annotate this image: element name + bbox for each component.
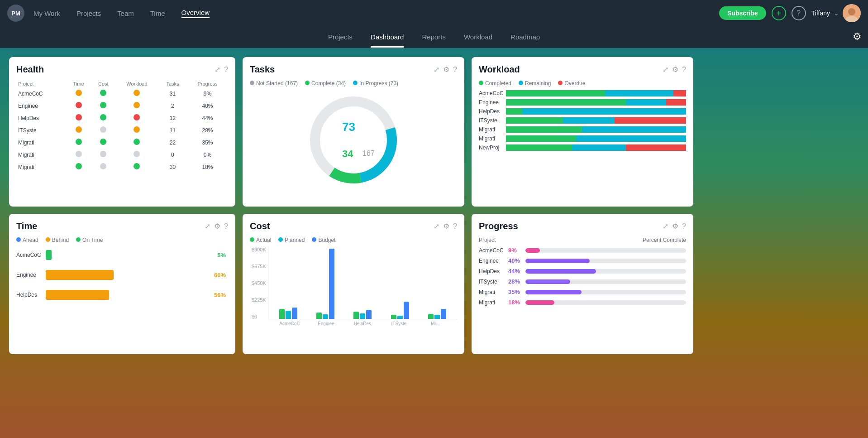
health-time-dot bbox=[66, 100, 91, 112]
workload-legend: Completed Remaining Overdue bbox=[479, 80, 686, 87]
col-cost: Cost bbox=[91, 80, 116, 87]
workload-row-item: Migrati bbox=[479, 135, 686, 142]
health-project-name: HelpDes bbox=[16, 112, 66, 124]
time-help-icon[interactable]: ? bbox=[224, 222, 228, 231]
col-progress: Progress bbox=[187, 80, 228, 87]
progress-gear-icon[interactable]: ⚙ bbox=[672, 222, 678, 231]
workload-bar-completed bbox=[506, 90, 605, 96]
cost-expand-icon[interactable]: ⤢ bbox=[434, 222, 439, 231]
subscribe-button[interactable]: Subscribe bbox=[719, 6, 766, 20]
progress-row-item: Enginee 40% bbox=[479, 257, 686, 264]
tasks-legend: Not Started (167) Complete (34) In Progr… bbox=[250, 80, 457, 87]
workload-card: Workload ⤢ ⚙ ? Completed Remaining Overd… bbox=[472, 57, 693, 207]
health-cost-dot bbox=[91, 161, 116, 173]
col-time: Time bbox=[66, 80, 91, 87]
user-name: Tiffany bbox=[811, 10, 830, 17]
tasks-inprogress-label: 73 bbox=[342, 120, 355, 134]
nav-overview[interactable]: Overview bbox=[181, 9, 210, 18]
add-button[interactable]: + bbox=[772, 6, 786, 20]
health-expand-icon[interactable]: ⤢ bbox=[215, 65, 220, 74]
user-avatar bbox=[843, 4, 861, 22]
health-progress-pct: 0% bbox=[187, 149, 228, 161]
progress-row-item: ITSyste 28% bbox=[479, 278, 686, 285]
health-workload-dot bbox=[115, 124, 158, 136]
cost-bar-helpdes-actual bbox=[353, 312, 359, 319]
cost-bar-helpdes-budget bbox=[366, 310, 372, 319]
cost-group-mi bbox=[421, 309, 453, 319]
time-gear-icon[interactable]: ⚙ bbox=[214, 222, 220, 231]
tasks-notstarted-label: 167 bbox=[362, 149, 375, 157]
nav-projects[interactable]: Projects bbox=[76, 10, 101, 17]
chevron-icon: ⌄ bbox=[834, 10, 839, 17]
cost-help-icon[interactable]: ? bbox=[453, 222, 457, 231]
health-project-name: Migrati bbox=[16, 136, 66, 149]
health-tasks-count: 31 bbox=[158, 87, 187, 100]
workload-help-icon[interactable]: ? bbox=[682, 66, 686, 74]
health-progress-pct: 28% bbox=[187, 124, 228, 136]
progress-project-name: HelpDes bbox=[479, 268, 508, 274]
health-table-scroll[interactable]: Project Time Cost Workload Tasks Progres… bbox=[16, 80, 228, 173]
top-nav: PM My Work Projects Team Time Overview S… bbox=[0, 0, 868, 26]
cost-gear-icon[interactable]: ⚙ bbox=[443, 222, 449, 231]
workload-bar-remaining bbox=[605, 90, 673, 96]
tasks-help-icon[interactable]: ? bbox=[453, 66, 457, 74]
progress-expand-icon[interactable]: ⤢ bbox=[663, 222, 668, 231]
tasks-donut-container: 73 167 34 bbox=[250, 90, 457, 190]
health-time-dot bbox=[66, 161, 91, 173]
workload-actions: ⤢ ⚙ ? bbox=[663, 65, 686, 74]
legend-budget: Budget bbox=[312, 237, 335, 243]
legend-overdue: Overdue bbox=[558, 80, 585, 87]
table-row: HelpDes 12 44% bbox=[16, 112, 228, 124]
health-help-icon[interactable]: ? bbox=[224, 66, 228, 74]
table-row: ITSyste 11 28% bbox=[16, 124, 228, 136]
health-progress-pct: 40% bbox=[187, 100, 228, 112]
health-project-name: ITSyste bbox=[16, 124, 66, 136]
legend-actual: Actual bbox=[250, 237, 271, 243]
progress-bar-fill bbox=[525, 248, 540, 253]
workload-rows: AcmeCoC Enginee HelpDes ITSyste Migrati bbox=[479, 90, 686, 151]
tab-projects[interactable]: Projects bbox=[328, 33, 353, 48]
health-table: Project Time Cost Workload Tasks Progres… bbox=[16, 80, 228, 173]
cost-card-header: Cost ⤢ ⚙ ? bbox=[250, 221, 457, 231]
health-time-dot bbox=[66, 124, 91, 136]
tasks-card: Tasks ⤢ ⚙ ? Not Started (167) Complete (… bbox=[243, 57, 464, 207]
time-row-item: HelpDes 56% bbox=[16, 289, 205, 301]
help-button[interactable]: ? bbox=[792, 6, 806, 20]
workload-title: Workload bbox=[479, 64, 520, 75]
tasks-complete-label: 34 bbox=[342, 148, 353, 159]
tab-workload[interactable]: Workload bbox=[464, 33, 492, 48]
tasks-title: Tasks bbox=[250, 64, 275, 75]
health-cost-dot bbox=[91, 87, 116, 100]
progress-project-name: AcmeCoC bbox=[479, 247, 508, 254]
tab-dashboard[interactable]: Dashboard bbox=[371, 33, 404, 48]
user-section[interactable]: Tiffany ⌄ bbox=[811, 4, 861, 22]
tab-reports[interactable]: Reports bbox=[422, 33, 446, 48]
progress-col-pct: Percent Complete bbox=[643, 237, 686, 243]
table-row: AcmeCoC 31 9% bbox=[16, 87, 228, 100]
nav-my-work[interactable]: My Work bbox=[33, 10, 60, 17]
col-tasks: Tasks bbox=[158, 80, 187, 87]
progress-pct-label: 44% bbox=[508, 268, 525, 274]
health-tasks-count: 0 bbox=[158, 149, 187, 161]
progress-bar-fill bbox=[525, 269, 596, 274]
health-tasks-count: 2 bbox=[158, 100, 187, 112]
dashboard-grid: Health ⤢ ? Project Time Cost Workload Ta… bbox=[0, 48, 868, 354]
health-title: Health bbox=[16, 64, 44, 75]
x-acmecoc: AcmeCoC bbox=[272, 321, 308, 326]
settings-icon[interactable]: ⚙ bbox=[853, 31, 862, 43]
time-expand-icon[interactable]: ⤢ bbox=[205, 222, 210, 231]
legend-remaining: Remaining bbox=[519, 80, 551, 87]
progress-project-name: Migrati bbox=[479, 299, 508, 306]
nav-time[interactable]: Time bbox=[150, 10, 165, 17]
progress-bar-fill bbox=[525, 290, 582, 294]
tasks-gear-icon[interactable]: ⚙ bbox=[443, 65, 449, 74]
time-project-name: AcmeCoC bbox=[16, 252, 46, 258]
workload-bar-completed bbox=[506, 135, 576, 142]
nav-team[interactable]: Team bbox=[117, 10, 134, 17]
progress-help-icon[interactable]: ? bbox=[682, 222, 686, 231]
tab-roadmap[interactable]: Roadmap bbox=[510, 33, 540, 48]
tasks-expand-icon[interactable]: ⤢ bbox=[434, 65, 439, 74]
workload-gear-icon[interactable]: ⚙ bbox=[672, 65, 678, 74]
workload-expand-icon[interactable]: ⤢ bbox=[663, 65, 668, 74]
workload-bar-completed bbox=[506, 99, 626, 106]
